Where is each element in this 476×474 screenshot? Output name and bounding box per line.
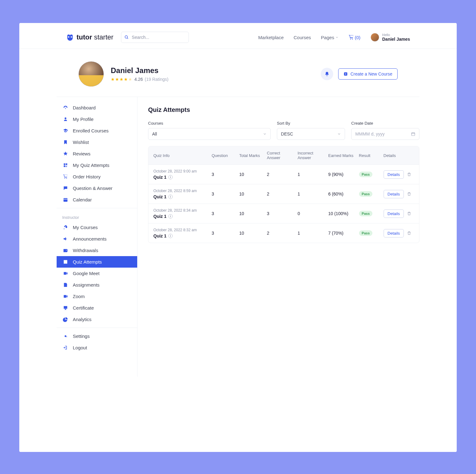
sidebar-divider [57,208,137,208]
col-correct: Correct Answer [267,151,295,160]
create-course-button[interactable]: Create a New Course [338,68,398,80]
info-icon[interactable]: i [168,214,173,219]
info-icon[interactable]: i [168,195,173,199]
sidebar-item-google-meet[interactable]: Google Meet [57,268,137,279]
courses-select-value: All [152,131,157,136]
sidebar-item-my-quiz-attempts[interactable]: My Quiz Attempts [57,159,137,171]
sidebar-item-withdrawals[interactable]: Withdrawals [57,245,137,256]
pass-badge: Pass [359,172,373,177]
nav-pages[interactable]: Pages [321,35,339,40]
sidebar-item-zoom[interactable]: Zoom [57,291,137,302]
sidebar-item-question-answer[interactable]: Question & Answer [57,182,137,194]
trash-icon [407,211,411,216]
trash-icon [407,192,411,196]
nav-cart[interactable]: (0) [348,35,360,40]
sidebar-item-certificate[interactable]: Certificate [57,302,137,314]
sidebar-item-reviews[interactable]: Reviews [57,148,137,159]
info-icon[interactable]: i [168,175,173,179]
logo-text-2: starter [92,33,113,41]
chevron-down-icon [335,36,338,39]
delete-button[interactable] [407,231,411,235]
courses-select[interactable]: All [148,128,271,140]
details-button[interactable]: Details [384,229,404,237]
cell-quiz-info: October 28, 2022 8:34 amQuiz 1 i [153,208,208,219]
sidebar-item-wishlist[interactable]: Wishlist [57,136,137,148]
star-icon-wrap [62,151,68,156]
cell-total: 10 [239,172,264,177]
horn-icon-wrap [62,236,68,242]
cell-quiz-info: October 28, 2022 9:00 amQuiz 1 i [153,169,208,180]
sidebar: DashboardMy ProfileEnrolled CoursesWishl… [57,97,138,377]
nav-links: Marketplace Courses Pages (0) Hello Dani… [258,33,410,42]
cell-details: Details [384,170,414,179]
cell-quiz-info: October 28, 2022 8:32 amQuiz 1 i [153,228,208,238]
sidebar-item-label: Question & Answer [73,186,113,191]
qa-icon-wrap [62,186,68,191]
calendar-icon [411,132,415,136]
user-block[interactable]: Hello Daniel James [371,33,410,42]
sidebar-item-assignments[interactable]: Assignments [57,279,137,291]
sidebar-item-dashboard[interactable]: Dashboard [57,102,137,113]
delete-button[interactable] [407,192,411,196]
plus-icon [343,72,348,76]
sort-select[interactable]: DESC [277,128,345,140]
sidebar-item-label: Google Meet [73,271,100,276]
gmeet-icon-wrap [62,271,68,276]
page-title: Quiz Attempts [148,106,419,113]
col-details: Details [384,153,414,158]
chevron-down-icon [263,132,267,136]
nav-courses[interactable]: Courses [294,35,311,40]
details-button[interactable]: Details [384,209,404,218]
avatar-small [371,33,379,42]
delete-button[interactable] [407,172,411,177]
date-placeholder: MMMM d, yyyy [355,131,385,136]
svg-point-3 [352,39,353,39]
filter-row: Courses All Sort By DESC Create Date [148,121,419,140]
pass-badge: Pass [359,230,373,236]
sidebar-item-label: My Courses [73,225,98,230]
quiz-name: Quiz 1 i [153,214,208,219]
cell-total: 10 [239,231,264,236]
svg-point-5 [64,178,65,179]
logo[interactable]: tutor starter [66,33,114,41]
cart-icon [63,174,68,179]
cell-total: 10 [239,191,264,196]
rocket-icon [63,225,68,230]
sidebar-item-logout[interactable]: Logout [57,342,137,353]
cell-correct: 3 [267,211,295,216]
sidebar-item-my-courses[interactable]: My Courses [57,222,137,233]
table-header: Quiz Info Question Total Marks Correct A… [148,146,419,164]
info-icon[interactable]: i [168,234,173,238]
cell-earned: 10 (100%) [328,211,356,216]
search-input[interactable] [121,32,189,43]
calendar-icon [63,197,68,202]
delete-button[interactable] [407,211,411,216]
notifications-button[interactable] [321,68,333,80]
user-icon [63,117,68,122]
sidebar-item-label: Settings [73,334,90,339]
cell-details: Details [384,229,414,237]
table-row: October 28, 2022 8:32 amQuiz 1 i310217 (… [148,223,419,243]
pie-icon-wrap [62,317,68,322]
sidebar-item-analytics[interactable]: Analytics [57,314,137,325]
topnav: tutor starter Marketplace Courses Pages … [19,23,457,49]
sidebar-item-settings[interactable]: Settings [57,330,137,342]
nav-marketplace[interactable]: Marketplace [258,35,284,40]
sidebar-item-quiz-attempts[interactable]: Quiz Attempts [57,256,137,268]
filter-sort: Sort By DESC [277,121,345,140]
sidebar-item-announcements[interactable]: Announcements [57,233,137,245]
sidebar-item-order-history[interactable]: Order History [57,171,137,182]
assign-icon-wrap [62,282,68,288]
sidebar-item-label: Certificate [73,305,94,311]
sidebar-item-calendar[interactable]: Calendar [57,194,137,205]
sidebar-item-my-profile[interactable]: My Profile [57,113,137,125]
wallet-icon [63,248,68,253]
sidebar-item-enrolled-courses[interactable]: Enrolled Courses [57,125,137,136]
cap-icon-wrap [62,128,68,133]
details-button[interactable]: Details [384,170,404,179]
calendar-icon-wrap [62,197,68,202]
details-button[interactable]: Details [384,190,404,198]
gear-icon-wrap [62,334,68,339]
col-result: Result [359,153,380,158]
date-input[interactable]: MMMM d, yyyy [351,128,419,140]
